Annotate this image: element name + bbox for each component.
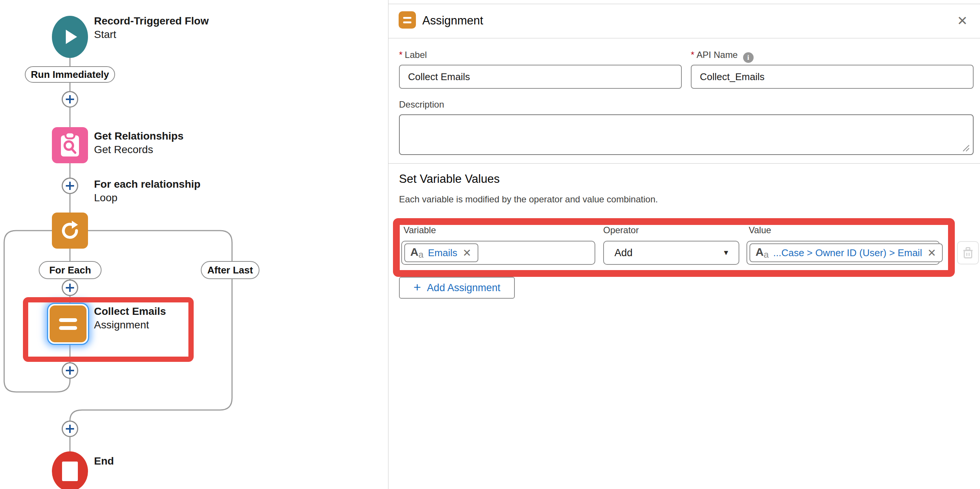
loop-node-label: For each relationship Loop	[94, 178, 200, 205]
operator-select[interactable]: Add ▼	[603, 241, 739, 265]
after-last-badge: After Last	[201, 261, 259, 279]
run-immediately-badge: Run Immediately	[25, 66, 115, 83]
operator-selected-value: Add	[614, 247, 633, 259]
variable-resource-pill[interactable]: Aa Emails ✕	[404, 244, 478, 262]
header-divider	[388, 38, 980, 38]
for-each-label: For Each	[49, 264, 91, 276]
delete-assignment-button	[957, 241, 979, 264]
run-immediately-label: Run Immediately	[31, 69, 109, 81]
add-element-button-5[interactable]	[62, 421, 78, 437]
after-last-label: After Last	[207, 264, 253, 276]
api-name-field-label: *API Namei	[691, 49, 754, 63]
value-combobox[interactable]: Aa ...Case > Owner ID (User) > Email ✕	[746, 241, 940, 265]
assignment-node-icon[interactable]	[47, 303, 89, 345]
variable-pill-label: Emails	[428, 247, 457, 259]
required-asterisk: *	[691, 49, 694, 60]
start-node-label: Record-Triggered Flow Start	[94, 14, 209, 41]
start-node-icon[interactable]	[52, 16, 88, 58]
add-element-button-2[interactable]	[62, 178, 78, 194]
get-records-subtitle: Get Records	[94, 143, 183, 156]
section-description: Each variable is modified by the operato…	[399, 194, 658, 205]
loop-title: For each relationship	[94, 178, 200, 191]
assignment-node-label: Collect Emails Assignment	[94, 305, 166, 332]
value-resource-pill[interactable]: Aa ...Case > Owner ID (User) > Email ✕	[749, 244, 943, 262]
add-assignment-label: Add Assignment	[427, 282, 500, 294]
assignment-property-panel: Assignment ✕ *Label *API Namei Descripti…	[388, 0, 980, 489]
end-node-label: End	[94, 454, 114, 468]
end-node-icon[interactable]	[52, 451, 88, 489]
label-input[interactable]	[399, 65, 682, 89]
assignment-header-icon	[399, 11, 416, 29]
label-field-label: *Label	[399, 49, 427, 60]
loop-arrow-icon	[59, 219, 81, 242]
add-assignment-button[interactable]: + Add Assignment	[399, 277, 515, 299]
get-records-title: Get Relationships	[94, 129, 183, 143]
stop-icon	[62, 462, 78, 481]
get-records-node-label: Get Relationships Get Records	[94, 129, 183, 156]
description-field-label: Description	[399, 99, 444, 110]
description-input[interactable]	[399, 114, 974, 155]
variable-combobox[interactable]: Aa Emails ✕	[401, 241, 595, 265]
for-each-badge: For Each	[39, 261, 102, 279]
operator-column-label: Operator	[603, 225, 639, 236]
add-element-button-3[interactable]	[62, 279, 78, 296]
remove-variable-icon[interactable]: ✕	[462, 247, 472, 259]
start-subtitle: Start	[94, 28, 209, 41]
value-column-label: Value	[749, 225, 771, 236]
panel-title: Assignment	[422, 14, 483, 27]
text-resource-icon: Aa	[756, 246, 768, 259]
section-divider	[388, 163, 980, 164]
assignment-title: Collect Emails	[94, 305, 166, 318]
trash-icon	[963, 247, 974, 259]
panel-header: Assignment ✕	[388, 4, 980, 38]
add-element-button-4[interactable]	[62, 362, 78, 379]
value-pill-label: ...Case > Owner ID (User) > Email	[773, 247, 922, 259]
remove-value-icon[interactable]: ✕	[927, 247, 937, 259]
text-resource-icon: Aa	[410, 246, 423, 259]
api-name-input[interactable]	[691, 65, 974, 89]
assignment-subtitle: Assignment	[94, 318, 166, 332]
required-asterisk: *	[399, 49, 402, 60]
section-heading: Set Variable Values	[399, 172, 500, 186]
end-title: End	[94, 454, 114, 468]
play-icon	[66, 30, 77, 44]
record-lookup-icon	[52, 127, 88, 163]
add-element-button-1[interactable]	[62, 91, 78, 108]
loop-node-icon[interactable]	[52, 212, 88, 248]
plus-icon: +	[414, 280, 421, 295]
assignment-equals-icon	[49, 306, 86, 342]
flow-canvas: Record-Triggered Flow Start Run Immediat…	[0, 0, 388, 489]
chevron-down-icon: ▼	[722, 248, 730, 257]
close-panel-button[interactable]: ✕	[954, 13, 970, 29]
start-title: Record-Triggered Flow	[94, 14, 209, 28]
variable-column-label: Variable	[404, 225, 436, 236]
get-records-node-icon[interactable]	[52, 127, 88, 163]
loop-subtitle: Loop	[94, 191, 200, 205]
info-icon[interactable]: i	[743, 52, 754, 63]
